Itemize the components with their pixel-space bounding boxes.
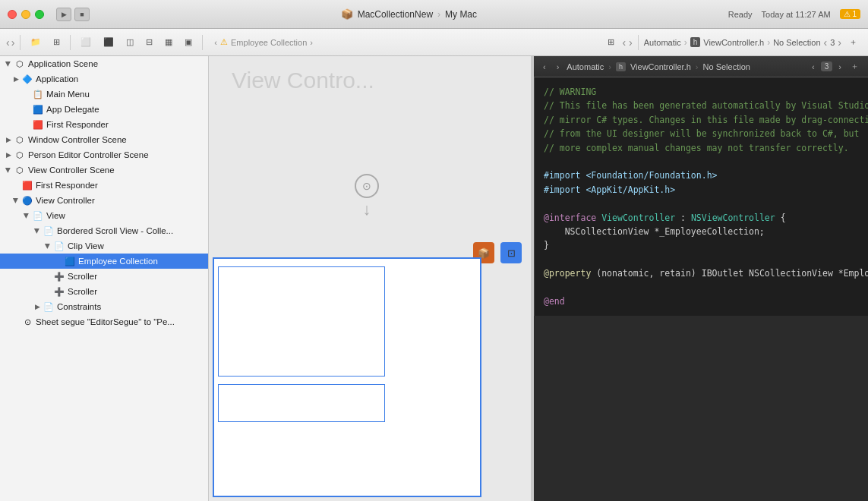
vc-scene-icon: ⬡ (14, 164, 26, 176)
code-editor[interactable]: // WARNING // This file has been generat… (534, 77, 868, 316)
disclosure-clip-view[interactable]: ▶ (43, 241, 53, 251)
second-inner-box (218, 384, 385, 422)
layout-btn-2[interactable]: ⬛ (99, 33, 118, 52)
editor-page-forward[interactable]: › (835, 61, 844, 72)
main-menu-icon: 📋 (32, 88, 44, 100)
disclosure-view-controller[interactable]: ▶ (11, 195, 21, 206)
editor-page-count: 3 (821, 61, 833, 71)
layout-btn-3[interactable]: ◫ (122, 33, 138, 52)
sidebar-item-person-editor-scene[interactable]: ▶ ⬡ Person Editor Controller Scene (0, 147, 208, 162)
editor-grid-button[interactable]: ⊞ (603, 33, 619, 52)
disclosure-window-controller[interactable]: ▶ (3, 134, 14, 145)
code-line-4: // from the UI designer will be synchron… (544, 127, 859, 140)
editor-mode: Automatic (644, 38, 681, 47)
sidebar-item-constraints[interactable]: ▶ 📄 Constraints (0, 299, 208, 314)
sidebar-item-sheet-segue[interactable]: ▶ ⊙ Sheet segue "EditorSegue" to "Pe... (0, 314, 208, 329)
titlebar-title: 📦 MacCollectionNew › My Mac (96, 8, 722, 20)
folder-button[interactable]: 📁 (26, 33, 46, 52)
sidebar-item-view-controller[interactable]: ▶ 🔵 View Controller (0, 193, 208, 208)
build-status: Ready (728, 10, 753, 19)
sidebar-item-view[interactable]: ▶ 📄 View (0, 208, 208, 223)
sidebar-item-main-menu[interactable]: ▶ 📋 Main Menu (0, 87, 208, 102)
view-icon: 📄 (32, 210, 44, 222)
editor-back[interactable]: ‹ (622, 36, 626, 49)
sidebar-item-application-scene[interactable]: ▶ ⬡ Application Scene (0, 56, 208, 71)
sidebar-label-sheet-segue: Sheet segue "EditorSegue" to "Pe... (36, 317, 175, 326)
page-forward[interactable]: › (838, 36, 841, 49)
editor-location: No Selection (773, 38, 820, 47)
editor-forward[interactable]: › (629, 36, 633, 49)
breadcrumb: ‹ ⚠ Employee Collection › (214, 37, 313, 47)
scroller-1-icon: ➕ (53, 270, 65, 282)
editor-add-btn[interactable]: ＋ (847, 60, 862, 73)
sidebar-label-scroller-1: Scroller (68, 272, 97, 281)
maximize-button[interactable] (35, 10, 44, 19)
sidebar-label-employee-collection: Employee Collection (78, 257, 158, 266)
sidebar-item-scroller-1[interactable]: ▶ ➕ Scroller (0, 269, 208, 284)
add-button[interactable]: ＋ (844, 33, 862, 52)
sidebar-item-first-responder-1[interactable]: ▶ 🟥 First Responder (0, 117, 208, 132)
connector-arrow: ⊙ ↓ (355, 174, 379, 219)
code-line-blank-1 (544, 155, 859, 169)
disclosure-bordered-scroll[interactable]: ▶ (32, 225, 43, 236)
toolbar-separator-4 (638, 35, 639, 50)
play-button[interactable]: ▶ (56, 8, 71, 21)
sidebar-label-view-controller-scene: View Controller Scene (28, 165, 115, 175)
toolbar: ‹ › 📁 ⊞ ⬜ ⬛ ◫ ⊟ ▦ ▣ ‹ ⚠ Employee Collect… (0, 29, 868, 56)
first-responder-1-icon: 🟥 (32, 118, 44, 131)
editor-nav-bar: ‹ › Automatic › h ViewController.h › No … (534, 56, 868, 77)
nav-arrows: ‹ › (6, 36, 14, 49)
titlebar-controls: ▶ ■ (56, 8, 90, 21)
sidebar-label-view: View (46, 211, 65, 220)
sidebar-item-application[interactable]: ▶ 🔷 Application (0, 71, 208, 87)
constraints-icon: 📄 (43, 301, 55, 313)
page-back[interactable]: ‹ (824, 36, 828, 49)
window-scene-icon: ⬡ (14, 134, 26, 146)
stop-button[interactable]: ■ (74, 8, 90, 21)
sidebar-item-view-controller-scene[interactable]: ▶ ⬡ View Controller Scene (0, 162, 208, 178)
warning-badge: ⚠ 1 (840, 9, 860, 19)
minimize-button[interactable] (21, 10, 30, 19)
disclosure-view-controller-scene[interactable]: ▶ (3, 165, 14, 175)
sidebar-item-first-responder-2[interactable]: ▶ 🟥 First Responder (0, 178, 208, 193)
blue-widget[interactable]: ⊡ (500, 242, 522, 263)
sidebar-item-scroller-2[interactable]: ▶ ➕ Scroller (0, 284, 208, 299)
disclosure-application-scene[interactable]: ▶ (3, 58, 14, 69)
disclosure-view[interactable]: ▶ (21, 210, 32, 221)
editor-nav-forward[interactable]: › (554, 61, 563, 72)
sidebar-item-bordered-scroll-view[interactable]: ▶ 📄 Bordered Scroll View - Colle... (0, 223, 208, 238)
grid-button[interactable]: ⊞ (49, 33, 65, 52)
disclosure-constraints[interactable]: ▶ (32, 301, 43, 312)
editor-mode-label: Automatic (567, 62, 604, 71)
code-panel: ‹ › Automatic › h ViewController.h › No … (534, 56, 868, 501)
scroll-view-box (213, 257, 481, 497)
editor-nav-back[interactable]: ‹ (540, 61, 549, 72)
sidebar-label-application: Application (36, 74, 78, 84)
sidebar-item-clip-view[interactable]: ▶ 📄 Clip View (0, 238, 208, 254)
layout-btn-4[interactable]: ⊟ (141, 33, 157, 52)
sidebar-item-employee-collection[interactable]: ▶ 🟦 Employee Collection (0, 254, 208, 269)
toolbar-separator-1 (20, 35, 21, 50)
layout-btn-6[interactable]: ▣ (180, 33, 197, 52)
forward-button[interactable]: › (11, 36, 15, 49)
editor-file-name: ViewController.h (630, 62, 691, 71)
sidebar-label-application-scene: Application Scene (28, 59, 98, 68)
app-delegate-icon: 🟦 (32, 103, 44, 115)
layout-btn-5[interactable]: ▦ (160, 33, 177, 52)
code-line-2: // This file has been generated automati… (544, 99, 859, 112)
editor-page-back[interactable]: ‹ (809, 61, 818, 72)
scene-icon: ⬡ (14, 58, 26, 70)
disclosure-person-editor[interactable]: ▶ (3, 150, 14, 160)
sidebar-label-clip-view: Clip View (68, 241, 104, 250)
sidebar-item-app-delegate[interactable]: ▶ 🟦 App Delegate (0, 102, 208, 117)
breadcrumb-item[interactable]: Employee Collection (231, 38, 307, 47)
close-button[interactable] (8, 10, 17, 19)
vc-canvas-label: View Contro... (232, 68, 374, 93)
person-editor-icon: ⬡ (14, 149, 26, 161)
disclosure-application[interactable]: ▶ (11, 74, 21, 84)
back-button[interactable]: ‹ (6, 36, 10, 49)
sidebar-item-window-controller-scene[interactable]: ▶ ⬡ Window Controller Scene (0, 132, 208, 147)
canvas-area: View Contro... ⊙ ↓ 📦 ⊡ (209, 56, 531, 501)
layout-btn-1[interactable]: ⬜ (76, 33, 96, 52)
titlebar-status: Ready Today at 11:27 AM ⚠ 1 (728, 9, 860, 19)
